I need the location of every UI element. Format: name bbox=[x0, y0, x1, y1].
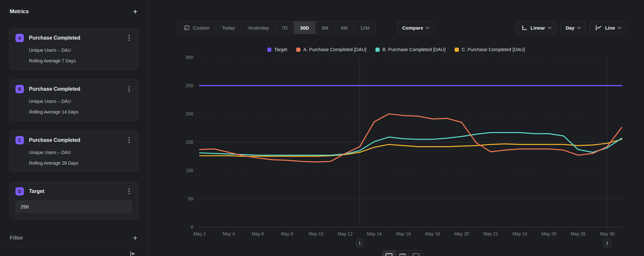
scale-label: Linear bbox=[531, 25, 545, 31]
target-title: Target bbox=[29, 188, 126, 194]
metric-measure: Unique Users – DAU bbox=[15, 48, 132, 53]
date-range-yesterday[interactable]: Yesterday bbox=[242, 22, 275, 34]
metric-menu-button[interactable] bbox=[126, 34, 132, 42]
chart-canvas[interactable]: 050100150200250300May 2May 4May 6May 8Ma… bbox=[148, 42, 644, 256]
kebab-menu-icon bbox=[128, 37, 130, 39]
y-axis-label: 250 bbox=[186, 83, 194, 88]
metric-card-c[interactable]: C Purchase Completed Unique Users – DAU … bbox=[9, 131, 138, 172]
scale-button[interactable]: Linear bbox=[516, 21, 556, 34]
segment-label: 30D bbox=[300, 25, 309, 31]
add-filter-button[interactable]: + bbox=[132, 234, 138, 242]
granularity-label: Day bbox=[566, 25, 575, 31]
chart-settings-toolbar: Linear Day Line bbox=[516, 21, 626, 34]
x-axis-label: May 8 bbox=[281, 231, 293, 236]
chart-type-button[interactable]: Line bbox=[590, 21, 626, 34]
metric-badge-d: D bbox=[15, 187, 24, 196]
date-range-today[interactable]: Today bbox=[216, 22, 242, 34]
metric-transform: Rolling Average 14 Days bbox=[15, 109, 132, 114]
date-range-6m[interactable]: 6M bbox=[335, 22, 354, 34]
metric-transform: Rolling Average 28 Days bbox=[15, 160, 132, 166]
x-axis-label: May 10 bbox=[309, 231, 324, 236]
y-axis-label: 100 bbox=[186, 168, 194, 173]
chart-area: 050100150200250300May 2May 4May 6May 8Ma… bbox=[148, 42, 644, 256]
x-axis-label: May 20 bbox=[454, 231, 469, 236]
kebab-menu-icon bbox=[128, 140, 130, 141]
chevron-down-icon bbox=[426, 25, 429, 29]
filter-header: Filter + bbox=[10, 233, 138, 242]
x-axis-label: May 4 bbox=[223, 231, 235, 236]
x-axis-label: May 22 bbox=[483, 231, 498, 236]
x-axis-label: May 12 bbox=[338, 231, 353, 236]
y-axis-label: 300 bbox=[186, 55, 194, 60]
compare-button[interactable]: Compare bbox=[397, 21, 434, 34]
compare-label: Compare bbox=[402, 25, 423, 31]
metrics-heading: Metrics bbox=[10, 8, 29, 15]
metric-card-a[interactable]: A Purchase Completed Unique Users – DAU … bbox=[9, 28, 138, 69]
x-axis-label: May 16 bbox=[396, 231, 411, 236]
metric-menu-button[interactable] bbox=[126, 136, 132, 144]
kebab-menu-icon bbox=[128, 191, 130, 192]
y-axis-label: 150 bbox=[186, 140, 194, 145]
chart-layout-switcher bbox=[382, 250, 423, 256]
sidebar-divider bbox=[0, 246, 148, 246]
target-value-input[interactable] bbox=[15, 200, 132, 213]
panel-top-bar-icon bbox=[399, 253, 406, 256]
metric-badge-b: B bbox=[15, 85, 24, 93]
series-line-b bbox=[200, 133, 622, 155]
date-range-30d[interactable]: 30D bbox=[294, 22, 316, 34]
y-axis-label: 0 bbox=[191, 224, 193, 230]
segment-label: Custom bbox=[193, 25, 210, 31]
chevron-down-icon bbox=[618, 25, 621, 29]
date-range-custom[interactable]: Custom bbox=[177, 22, 216, 34]
date-range-7d[interactable]: 7D bbox=[275, 22, 294, 34]
collapse-left-icon bbox=[129, 250, 136, 256]
target-card[interactable]: D Target bbox=[9, 182, 138, 219]
collapse-sidebar-button[interactable] bbox=[129, 250, 136, 256]
add-metric-button[interactable]: + bbox=[132, 8, 138, 15]
date-range-3m[interactable]: 3M bbox=[316, 22, 335, 34]
panel-plain-icon bbox=[412, 253, 420, 256]
date-range-12m[interactable]: 12M bbox=[354, 22, 375, 34]
metric-title: Purchase Completed bbox=[29, 86, 126, 92]
metric-menu-button[interactable] bbox=[126, 85, 132, 93]
segment-label: Today bbox=[222, 25, 235, 31]
line-chart-icon bbox=[595, 25, 602, 31]
series-line-c bbox=[200, 139, 622, 156]
metric-transform: Rolling Average 7 Days bbox=[15, 58, 132, 63]
x-axis-label: May 18 bbox=[425, 231, 440, 236]
calendar-icon bbox=[184, 24, 190, 31]
x-axis-label: May 6 bbox=[252, 231, 264, 236]
x-axis-label: May 26 bbox=[542, 231, 556, 236]
x-axis-label: May 28 bbox=[571, 231, 585, 236]
filter-heading: Filter bbox=[10, 235, 23, 241]
segment-label: 6M bbox=[341, 25, 347, 31]
axis-scale-icon bbox=[521, 25, 527, 31]
metric-badge-c: C bbox=[15, 136, 24, 144]
y-axis-label: 50 bbox=[188, 196, 193, 201]
chevron-down-icon bbox=[548, 25, 551, 29]
annotation-badge[interactable]: 1 bbox=[604, 239, 611, 247]
layout-panel-outline-button[interactable] bbox=[382, 251, 396, 256]
metric-card-b[interactable]: B Purchase Completed Unique Users – DAU … bbox=[9, 79, 138, 121]
app-root: Metrics + A Purchase Completed Unique Us… bbox=[0, 0, 644, 256]
annotation-badge[interactable]: 1 bbox=[356, 239, 363, 247]
x-axis-label: May 30 bbox=[600, 231, 615, 236]
x-axis-label: May 2 bbox=[194, 231, 206, 236]
segment-label: 3M bbox=[322, 25, 328, 31]
chevron-down-icon bbox=[577, 25, 581, 29]
granularity-button[interactable]: Day bbox=[560, 21, 586, 34]
metrics-header: Metrics + bbox=[10, 7, 138, 16]
y-axis-label: 200 bbox=[186, 111, 194, 116]
chart-type-label: Line bbox=[605, 25, 615, 31]
panel-outline-icon bbox=[385, 253, 393, 256]
metric-title: Purchase Completed bbox=[29, 137, 126, 143]
metric-menu-button[interactable] bbox=[126, 187, 132, 196]
metric-title: Purchase Completed bbox=[29, 35, 126, 41]
date-range-control: Custom Today Yesterday 7D 30D 3M 6M 12M bbox=[177, 21, 376, 34]
layout-panel-top-bar-button[interactable] bbox=[396, 251, 409, 256]
sidebar: Metrics + A Purchase Completed Unique Us… bbox=[0, 0, 148, 256]
kebab-menu-icon bbox=[128, 88, 130, 90]
metric-measure: Unique Users – DAU bbox=[15, 150, 132, 155]
segment-label: 12M bbox=[360, 25, 369, 31]
layout-panel-plain-button[interactable] bbox=[409, 251, 423, 256]
